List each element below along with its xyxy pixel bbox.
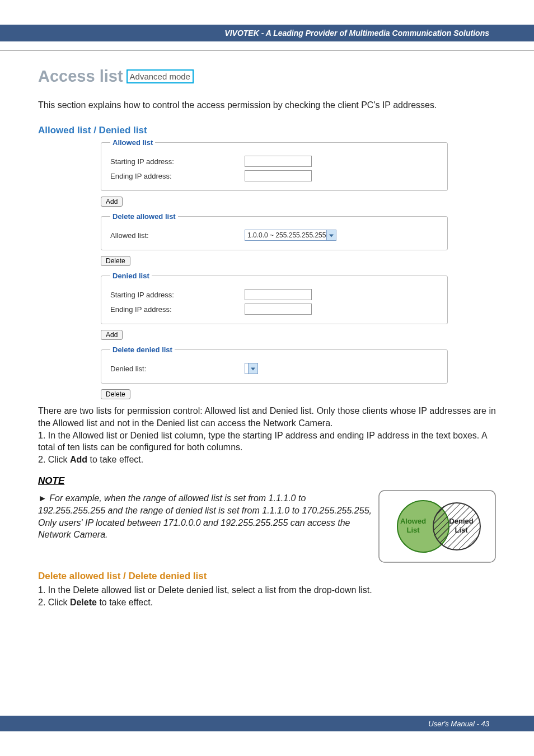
allowed-start-label: Starting IP address: [110, 157, 245, 166]
denied-list-legend: Denied list [110, 272, 152, 280]
body-step-2: 2. Click Add to take effect. [38, 454, 496, 466]
delete-denied-fieldset: Delete denied list Denied list: [101, 346, 448, 384]
delete-denied-label: Denied list: [110, 365, 245, 373]
brand-text: VIVOTEK - A Leading Provider of Multimed… [224, 29, 489, 38]
allowed-list-select-value: 1.0.0.0 ~ 255.255.255.255 [247, 231, 326, 239]
allowed-end-label: Ending IP address: [110, 172, 245, 180]
page-title: Access list [38, 67, 123, 86]
delete-denied-legend: Delete denied list [110, 346, 175, 354]
delete-allowed-label: Allowed list: [110, 231, 245, 240]
config-ui-screenshot: Allowed list Starting IP address: Ending… [101, 138, 448, 405]
header-underline [0, 50, 534, 51]
delete-denied-button[interactable]: Delete [101, 389, 130, 399]
allowed-end-input[interactable] [245, 170, 312, 181]
svg-text:List: List [406, 526, 420, 534]
svg-text:List: List [455, 526, 468, 534]
allowed-list-fieldset: Allowed list Starting IP address: Ending… [101, 138, 448, 191]
allowed-start-input[interactable] [245, 156, 312, 167]
advanced-mode-badge: Advanced mode [127, 69, 194, 83]
add-allowed-button[interactable]: Add [101, 197, 123, 207]
footer-bar: User's Manual - 43 [0, 716, 534, 731]
allowed-list-select[interactable]: 1.0.0.0 ~ 255.255.255.255 [245, 230, 336, 241]
venn-allowed-label: Alowed [400, 517, 426, 525]
note-heading: NOTE [38, 475, 496, 487]
delete-allowed-fieldset: Delete allowed list Allowed list: 1.0.0.… [101, 212, 448, 250]
delete-step-1: 1. In the Delete allowed list or Delete … [38, 584, 496, 596]
delete-allowed-legend: Delete allowed list [110, 212, 178, 221]
denied-end-label: Ending IP address: [110, 305, 245, 314]
delete-step-2: 2. Click Delete to take effect. [38, 596, 496, 609]
denied-start-input[interactable] [245, 289, 312, 300]
chevron-down-icon [329, 235, 334, 237]
venn-diagram: Alowed List Denied List [378, 490, 496, 565]
header-bar: VIVOTEK - A Leading Provider of Multimed… [0, 25, 534, 41]
body-paragraph-1: There are two lists for permission contr… [38, 405, 496, 429]
page-title-row: Access list Advanced mode [38, 67, 496, 86]
denied-list-select[interactable] [245, 363, 258, 374]
venn-denied-label: Denied [449, 517, 473, 525]
allowed-list-legend: Allowed list [110, 138, 155, 147]
denied-list-fieldset: Denied list Starting IP address: Ending … [101, 272, 448, 324]
footer-text: User's Manual - 43 [428, 720, 489, 728]
add-denied-button[interactable]: Add [101, 330, 123, 340]
body-step-1: 1. In the Allowed list or Denied list co… [38, 430, 496, 454]
section-allowed-denied-heading: Allowed list / Denied list [38, 125, 496, 136]
denied-end-input[interactable] [245, 304, 312, 315]
denied-start-label: Starting IP address: [110, 291, 245, 299]
delete-allowed-button[interactable]: Delete [101, 256, 130, 266]
chevron-down-icon [251, 368, 255, 371]
section-delete-heading: Delete allowed list / Delete denied list [38, 571, 496, 582]
intro-text: This section explains how to control the… [38, 99, 496, 111]
